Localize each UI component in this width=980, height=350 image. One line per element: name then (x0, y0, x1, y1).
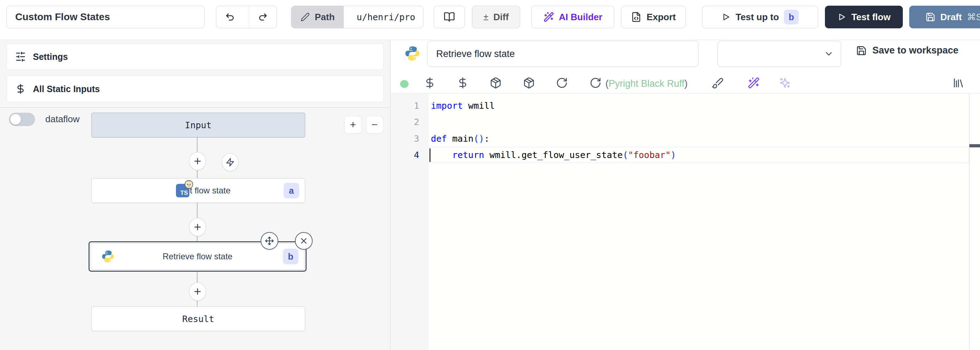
path-control[interactable]: Path u/henri/pro (291, 6, 423, 28)
save-icon (926, 12, 935, 22)
flow-node-set-flow-state[interactable]: TS Set flow state a (91, 178, 305, 203)
sliders-icon (15, 51, 26, 62)
code-token: import (431, 101, 463, 111)
code-token: wmill (463, 101, 495, 111)
step-name-input[interactable] (427, 41, 698, 67)
code-token (431, 150, 452, 160)
plus-minus-glyph: ± (483, 12, 488, 23)
path-edit-segment[interactable]: Path (291, 6, 344, 28)
code-line[interactable]: return wmill.get_flow_user_state("foobar… (431, 147, 676, 163)
dataflow-toggle[interactable] (9, 113, 35, 126)
path-label: Path (315, 12, 334, 23)
settings-card[interactable]: Settings (6, 43, 384, 70)
code-token: def (431, 134, 447, 144)
toggle-knob (10, 114, 21, 125)
flow-node-result[interactable]: Result (91, 307, 305, 331)
all-static-inputs-card[interactable]: All Static Inputs (6, 75, 384, 102)
graph-zoom-out-button[interactable]: − (366, 116, 383, 134)
format-brush-icon[interactable] (712, 77, 724, 89)
library-icon[interactable] (952, 77, 964, 89)
variable-picker-icon[interactable] (424, 77, 436, 89)
typescript-bun-icon: TS (176, 184, 189, 197)
docs-button[interactable] (434, 6, 465, 28)
code-token: ) (671, 150, 676, 160)
settings-label: Settings (33, 52, 68, 62)
test-up-to-button[interactable]: Test up to b (702, 6, 818, 28)
step-inspector-panel: Save to workspace (Pyright Black Ruff) 1… (391, 40, 980, 350)
undo-redo-group (216, 6, 277, 28)
line-number: 3 (391, 131, 419, 147)
code-token: ( (623, 150, 628, 160)
undo-button[interactable] (216, 6, 244, 28)
play-icon (722, 13, 731, 22)
flow-sidebar: Settings All Static Inputs dataflow + − … (0, 40, 390, 350)
minimap-divider (969, 94, 970, 350)
retrieve-flow-state-label: Retrieve flow state (162, 251, 232, 261)
code-token: main (447, 134, 473, 144)
ts-icon-text: TS (180, 190, 188, 197)
package-icon[interactable] (490, 77, 502, 89)
graph-zoom-in-button[interactable]: + (344, 116, 362, 134)
status-dot (400, 80, 409, 88)
draft-shortcut: ⌘S (967, 12, 980, 23)
save-to-workspace-button[interactable]: Save to workspace (856, 45, 958, 56)
close-icon (299, 236, 309, 246)
step-a-badge: a (283, 183, 299, 198)
code-assistants-status: (Pyright Black Ruff) (605, 78, 687, 89)
path-value[interactable]: u/henri/pro (349, 6, 423, 28)
reload-icon[interactable] (556, 77, 568, 89)
zoom-out-glyph: − (371, 119, 378, 131)
input-node-label: Input (185, 120, 212, 130)
trigger-button[interactable] (222, 153, 239, 171)
move-step-button[interactable] (261, 232, 278, 250)
flow-node-input[interactable]: Input (91, 113, 305, 137)
package-reload-icon[interactable] (523, 77, 535, 89)
test-up-to-label: Test up to (736, 12, 779, 23)
pencil-icon (301, 13, 310, 22)
line-number: 4 (391, 147, 419, 163)
delete-step-button[interactable] (295, 232, 313, 250)
save-draft-button[interactable]: Draft ⌘S (909, 6, 980, 28)
save-icon (856, 45, 867, 56)
reload-assistants-icon[interactable] (590, 77, 601, 89)
code-line[interactable]: def main(): (431, 131, 490, 147)
top-toolbar: Custom Flow States Path u/henri/pro ± Di… (0, 0, 980, 40)
code-token: "foobar" (628, 150, 671, 160)
assistants-paren-close: ) (684, 78, 687, 89)
test-flow-button[interactable]: Test flow (825, 6, 903, 28)
bolt-icon (226, 158, 235, 167)
undo-icon (225, 12, 235, 22)
insert-step-button-3[interactable] (189, 282, 206, 301)
assistants-paren-open: ( (605, 78, 609, 89)
zoom-in-glyph: + (350, 119, 356, 131)
code-line[interactable]: import wmill (431, 98, 495, 114)
windmill-flow-editor: Custom Flow States Path u/henri/pro ± Di… (0, 0, 980, 350)
dollar-icon (15, 84, 26, 94)
diff-button[interactable]: ± Diff (472, 6, 520, 28)
plus-icon (193, 222, 202, 232)
move-icon (265, 236, 274, 246)
bun-emoji-icon (184, 180, 194, 189)
redo-button[interactable] (249, 6, 277, 28)
dataflow-label: dataflow (45, 114, 80, 125)
code-editor[interactable]: 1234 import wmilldef main(): return wmil… (391, 93, 980, 350)
worker-tag-select[interactable] (717, 41, 841, 67)
ai-gen-sparkles-icon[interactable] (779, 77, 791, 89)
ai-fix-wand-icon[interactable] (748, 77, 760, 89)
flow-name-input[interactable]: Custom Flow States (6, 6, 205, 28)
file-code-icon (631, 12, 641, 22)
test-flow-label: Test flow (851, 12, 891, 23)
code-token: return (452, 150, 484, 160)
insert-step-button-1[interactable] (189, 152, 206, 170)
export-button[interactable]: Export (621, 6, 686, 28)
result-node-label: Result (182, 314, 214, 324)
python-icon (404, 45, 421, 62)
chevron-down-icon (824, 49, 834, 59)
ai-builder-button[interactable]: AI Builder (531, 6, 614, 28)
play-icon (837, 13, 846, 22)
redo-icon (258, 12, 268, 22)
flow-name-text: Custom Flow States (15, 11, 110, 23)
insert-step-button-2[interactable] (189, 218, 206, 236)
resource-picker-icon[interactable] (457, 77, 469, 89)
diff-label: Diff (493, 12, 508, 23)
